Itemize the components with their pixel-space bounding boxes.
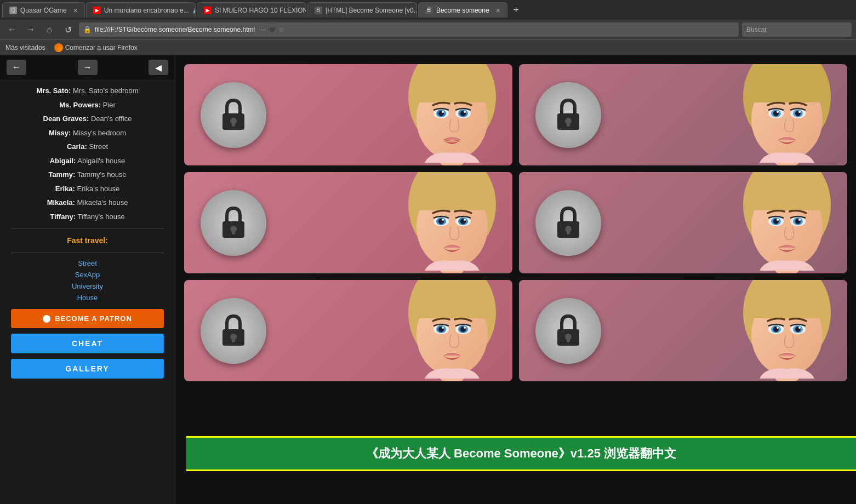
card-lock-2: [535, 82, 601, 148]
card-lock-3: [201, 190, 266, 256]
lock-icon-4: [552, 204, 585, 242]
card-face-2: [601, 64, 847, 165]
card-face-4: [601, 172, 847, 273]
lock-icon-5: [217, 312, 250, 350]
nav-name-mikaela: Mikaela:: [47, 198, 75, 207]
nav-bar: ← → ⌂ ↺ 🔒 file:///F:/STG/become someone/…: [0, 20, 856, 39]
bookmark-label-2: Comenzar a usar Firefox: [65, 44, 138, 51]
sidebar-scroll[interactable]: Mrs. Sato: Mrs. Sato's bedroom Ms. Power…: [0, 79, 175, 504]
nav-item-mrs-sato[interactable]: Mrs. Sato: Mrs. Sato's bedroom: [0, 84, 175, 98]
svg-point-59: [798, 219, 801, 221]
card-6[interactable]: [519, 280, 847, 381]
card-5[interactable]: [184, 280, 512, 381]
chinese-banner-text: 《成为大人某人 Become Someone》v1.25 浏览器翻中文: [366, 446, 676, 460]
card-face-3: [266, 172, 512, 273]
patron-button[interactable]: BECOME A PATRON: [11, 309, 164, 328]
nav-item-mikaela[interactable]: Mikaela: Mikaela's house: [0, 196, 175, 210]
chinese-banner: 《成为大人某人 Become Someone》v1.25 浏览器翻中文: [186, 436, 856, 471]
svg-rect-77: [567, 338, 570, 342]
fast-travel-title: Fast travel:: [0, 233, 175, 248]
card-lock-6: [535, 298, 601, 364]
address-bar[interactable]: 🔒 file:///F:/STG/become someone/Become s…: [79, 22, 739, 37]
nav-name-tiffany: Tiffany:: [50, 213, 76, 221]
lock-icon-1: [217, 96, 250, 134]
nav-item-ms-powers[interactable]: Ms. Powers: Pier: [0, 98, 175, 112]
nav-loc-missy: Missy's bedroom: [73, 129, 126, 137]
new-tab-button[interactable]: +: [509, 2, 524, 18]
svg-rect-47: [567, 230, 570, 234]
cheat-label: CHEAT: [72, 339, 103, 348]
tab-favicon-1: Q: [9, 7, 17, 14]
nav-item-carla[interactable]: Carla: Street: [0, 140, 175, 154]
address-text: file:///F:/STG/become someone/Become som…: [95, 26, 255, 33]
fast-travel-sexapp[interactable]: SexApp: [0, 269, 175, 280]
svg-point-89: [798, 327, 801, 329]
reload-button[interactable]: ↺: [60, 22, 76, 37]
nav-item-tiffany[interactable]: Tiffany: Tiffany's house: [0, 210, 175, 224]
tab-html-become[interactable]: B [HTML] Become Someone [v0... ×: [307, 2, 417, 18]
forward-button[interactable]: →: [23, 22, 38, 37]
search-placeholder: Buscar: [746, 26, 767, 33]
face-art-4: [727, 172, 847, 273]
nav-item-dean-graves[interactable]: Dean Graves: Dean's office: [0, 112, 175, 126]
tab-become-someone-active[interactable]: B Become someone ×: [418, 2, 507, 18]
sidebar-divider-1: [11, 228, 164, 228]
svg-point-55: [777, 219, 779, 221]
cards-grid: [184, 64, 847, 381]
nav-loc-abigail: Abigail's house: [77, 157, 125, 165]
star-icon[interactable]: ☆: [278, 26, 284, 33]
bookmark-heart-icon[interactable]: 🖤: [268, 26, 276, 33]
sidebar-back-button[interactable]: ←: [7, 60, 26, 75]
card-2[interactable]: [519, 64, 847, 165]
nav-item-missy[interactable]: Missy: Missy's bedroom: [0, 126, 175, 140]
tab-close-1[interactable]: ×: [73, 6, 78, 15]
nav-item-tammy[interactable]: Tammy: Tammy's house: [0, 168, 175, 182]
tab-favicon-5: B: [425, 7, 433, 14]
browser-chrome: Q Quasar OGame × ▶ Un murciano encabrona…: [0, 0, 856, 55]
nav-name-erika: Erika:: [55, 185, 75, 193]
card-lock-4: [535, 190, 601, 256]
card-3[interactable]: [184, 172, 512, 273]
nav-loc-mrs-sato: Mrs. Sato's bedroom: [73, 87, 139, 95]
bookmark-firefox[interactable]: Comenzar a usar Firefox: [54, 43, 138, 52]
search-bar[interactable]: Buscar: [742, 22, 852, 37]
svg-point-14: [464, 111, 466, 113]
tab-bar: Q Quasar OGame × ▶ Un murciano encabrona…: [0, 0, 856, 20]
fast-travel-street[interactable]: Street: [0, 257, 175, 269]
nav-item-erika[interactable]: Erika: Erika's house: [0, 182, 175, 196]
audio-icon: 🔊: [192, 7, 196, 14]
gallery-button[interactable]: GALLERY: [11, 359, 164, 379]
tab-quasar[interactable]: Q Quasar OGame ×: [2, 2, 85, 18]
sidebar-nav-arrows: ← → ◀: [0, 55, 175, 79]
more-icon[interactable]: ···: [260, 26, 266, 33]
bookmark-mas-visitados[interactable]: Más visitados: [5, 44, 45, 51]
svg-rect-2: [232, 122, 235, 127]
home-button[interactable]: ⌂: [42, 22, 57, 37]
face-art-6: [727, 280, 847, 381]
tab-title-5: Become someone: [436, 7, 489, 14]
nav-loc-tammy: Tammy's house: [77, 170, 127, 179]
sidebar-forward-button[interactable]: →: [78, 60, 98, 75]
card-4[interactable]: [519, 172, 847, 273]
tab-youtube2[interactable]: ▶ SI MUERO HAGO 10 FLEXIONE... ×: [197, 2, 306, 18]
card-face-1: [266, 64, 512, 165]
nav-loc-dean-graves: Dean's office: [91, 114, 132, 123]
card-1[interactable]: [184, 64, 512, 165]
sidebar: ← → ◀ Mrs. Sato: Mrs. Sato's bedroom Ms.…: [0, 55, 175, 504]
sidebar-divider-2: [11, 253, 164, 253]
card-face-6: [601, 280, 847, 381]
svg-rect-32: [232, 230, 235, 234]
nav-item-abigail[interactable]: Abigail: Abigail's house: [0, 154, 175, 168]
fast-travel-house[interactable]: House: [0, 292, 175, 303]
nav-loc-carla: Street: [89, 142, 108, 151]
svg-point-85: [777, 327, 779, 329]
lock-icon-6: [552, 312, 585, 350]
fast-travel-university[interactable]: University: [0, 280, 175, 292]
tab-youtube1[interactable]: ▶ Un murciano encabronao e... 🔊 ×: [86, 2, 196, 18]
cheat-button[interactable]: CHEAT: [11, 334, 164, 353]
back-button[interactable]: ←: [4, 22, 20, 37]
sidebar-collapse-button[interactable]: ◀: [149, 60, 168, 75]
tab-close-5[interactable]: ×: [496, 6, 500, 15]
sidebar-buttons: BECOME A PATRON CHEAT GALLERY: [0, 303, 175, 387]
nav-name-abigail: Abigail:: [50, 157, 76, 165]
